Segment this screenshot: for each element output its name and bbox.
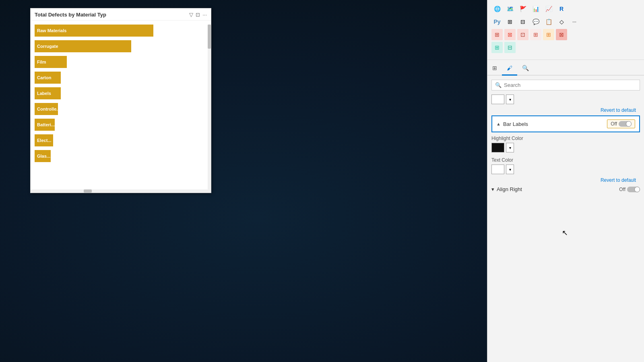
expand-icon[interactable]: ⊡ (196, 12, 200, 18)
color-dropdown-arrow[interactable]: ▾ (506, 95, 514, 104)
red-grid-2[interactable]: ⊠ (504, 29, 516, 40)
orange-grid-5[interactable]: ⊞ (543, 29, 554, 40)
tab-format[interactable]: 🖌 (502, 62, 517, 76)
right-panel: 🌐 🗺️ 🚩 📊 📈 R Py ⊞ ⊟ 💬 📋 ◇ ··· ⊞ ⊠ ⊡ ⊞ ⊞ … (487, 0, 644, 362)
bar-7[interactable]: Elect... (35, 134, 53, 146)
toggle-off-label: Off (611, 121, 617, 127)
bar-label-7: Elect... (37, 138, 51, 143)
chart-body: Raw MaterialsCorrugateFilmCartonLabelsCo… (31, 21, 211, 189)
bar-8[interactable]: Glas... (35, 150, 51, 162)
bar-labels-title-row: ▲ Bar Labels (496, 121, 528, 127)
icon-row-3: ⊞ ⊠ ⊡ ⊞ ⊞ ⊠ (491, 29, 640, 40)
diamond-icon[interactable]: ◇ (556, 16, 567, 27)
icon-row-4: ⊞ ⊟ (491, 42, 640, 53)
bar-4[interactable]: Labels (35, 87, 61, 99)
chat-icon[interactable]: 💬 (530, 16, 541, 27)
teal-grid-1[interactable]: ⊞ (491, 42, 503, 53)
bar-row: Corrugate (35, 39, 207, 53)
text-color-swatch[interactable] (491, 165, 504, 174)
align-right-row: ▾ Align Right Off (491, 186, 640, 192)
bar-2[interactable]: Film (35, 56, 67, 68)
chart-scrollbar[interactable] (208, 25, 211, 193)
bar-label-0: Raw Materials (37, 28, 66, 33)
table-icon-1[interactable]: ⊞ (504, 16, 516, 27)
bar-label-4: Labels (37, 91, 51, 96)
bar-row: Glas... (35, 149, 207, 163)
bar-row: Controlle... (35, 102, 207, 116)
ellipsis-small[interactable]: ··· (569, 16, 580, 27)
align-right-toggle-thumb (634, 187, 640, 192)
bar-row: Carton (35, 71, 207, 84)
chart-scrollbar-thumb[interactable] (208, 25, 211, 49)
tab-analytics[interactable]: 🔍 (517, 62, 534, 76)
flag-icon[interactable]: 🚩 (517, 3, 528, 14)
map-icon[interactable]: 🗺️ (504, 3, 516, 14)
highlight-color-dropdown[interactable]: ▾ (506, 143, 514, 152)
globe-icon[interactable]: 🌐 (491, 3, 503, 14)
bar-6[interactable]: Batteri... (35, 119, 55, 131)
bar-row: Raw Materials (35, 24, 207, 37)
search-icon: 🔍 (495, 82, 502, 88)
bar-1[interactable]: Corrugate (35, 40, 131, 52)
search-input[interactable] (504, 82, 636, 88)
py-icon[interactable]: Py (491, 16, 503, 27)
toggle-track[interactable] (619, 121, 632, 127)
bar-row: Film (35, 55, 207, 69)
teal-grid-2[interactable]: ⊟ (504, 42, 516, 53)
bar-0[interactable]: Raw Materials (35, 25, 153, 37)
search-box: 🔍 (491, 80, 640, 90)
revert-btn-1[interactable]: Revert to default (495, 107, 636, 113)
bar-row: Elect... (35, 134, 207, 147)
bar-labels-section: ▲ Bar Labels Off (491, 115, 640, 132)
bar-3[interactable]: Carton (35, 72, 61, 84)
text-color-label: Text Color (491, 157, 640, 163)
align-right-label: Align Right (497, 186, 522, 192)
table-icon-2[interactable]: ⊟ (517, 16, 528, 27)
divider-1 (487, 60, 644, 60)
chart-icon-1[interactable]: 📊 (530, 3, 541, 14)
highlight-color-label: Highlight Color (491, 136, 640, 141)
bar-labels-toggle[interactable]: Off (607, 119, 635, 128)
cursor-indicator: ↖ (562, 228, 568, 237)
align-right-toggle-track[interactable] (627, 187, 640, 192)
bar-label-3: Carton (37, 75, 51, 80)
highlight-color-section: Highlight Color ▾ (491, 136, 640, 152)
red-grid-6[interactable]: ⊠ (556, 29, 567, 40)
bar-label-6: Batteri... (37, 122, 55, 127)
text-color-section: Text Color ▾ (491, 157, 640, 174)
text-color-row: ▾ (491, 165, 640, 174)
bar-row: Batteri... (35, 118, 207, 132)
bar-label-1: Corrugate (37, 44, 58, 49)
white-color-swatch[interactable] (491, 95, 504, 104)
highlight-color-swatch[interactable] (491, 143, 504, 152)
align-right-collapse-icon[interactable]: ▾ (491, 186, 494, 192)
tab-build[interactable]: ⊞ (487, 62, 502, 76)
red-grid-4[interactable]: ⊞ (530, 29, 541, 40)
r-icon[interactable]: R (556, 3, 567, 14)
chart-icon-2[interactable]: 📈 (543, 3, 554, 14)
chart-panel: Total Defects by Material Typ ▽ ⊡ ··· Ra… (30, 8, 211, 193)
toolbar-area: 🌐 🗺️ 🚩 📊 📈 R Py ⊞ ⊟ 💬 📋 ◇ ··· ⊞ ⊠ ⊡ ⊞ ⊞ … (487, 0, 644, 58)
chart-title: Total Defects by Material Typ (35, 12, 187, 18)
red-grid-3[interactable]: ⊡ (517, 29, 528, 40)
red-grid-1[interactable]: ⊞ (491, 29, 503, 40)
bar-5[interactable]: Controlle... (35, 103, 58, 115)
align-right-toggle: Off (619, 187, 640, 192)
align-right-off-label: Off (619, 187, 625, 192)
icon-row-2: Py ⊞ ⊟ 💬 📋 ◇ ··· (491, 16, 640, 27)
bar-labels-label: Bar Labels (503, 121, 528, 127)
chart-hscrollbar[interactable] (31, 189, 208, 193)
bar-labels-collapse-icon[interactable]: ▲ (496, 121, 501, 126)
more-icon[interactable]: ··· (202, 12, 207, 18)
bar-label-5: Controlle... (37, 107, 60, 111)
analytics-icon[interactable]: 📋 (543, 16, 554, 27)
filter-icon[interactable]: ▽ (189, 12, 193, 18)
text-color-dropdown[interactable]: ▾ (506, 165, 514, 174)
bar-label-2: Film (37, 60, 46, 64)
toggle-thumb (626, 121, 632, 127)
chart-hscrollbar-thumb[interactable] (84, 189, 92, 193)
revert-btn-2[interactable]: Revert to default (495, 177, 636, 183)
top-color-row: ▾ (491, 95, 640, 104)
format-tabs: ⊞ 🖌 🔍 (487, 62, 644, 76)
align-right-label-row: ▾ Align Right (491, 186, 522, 192)
